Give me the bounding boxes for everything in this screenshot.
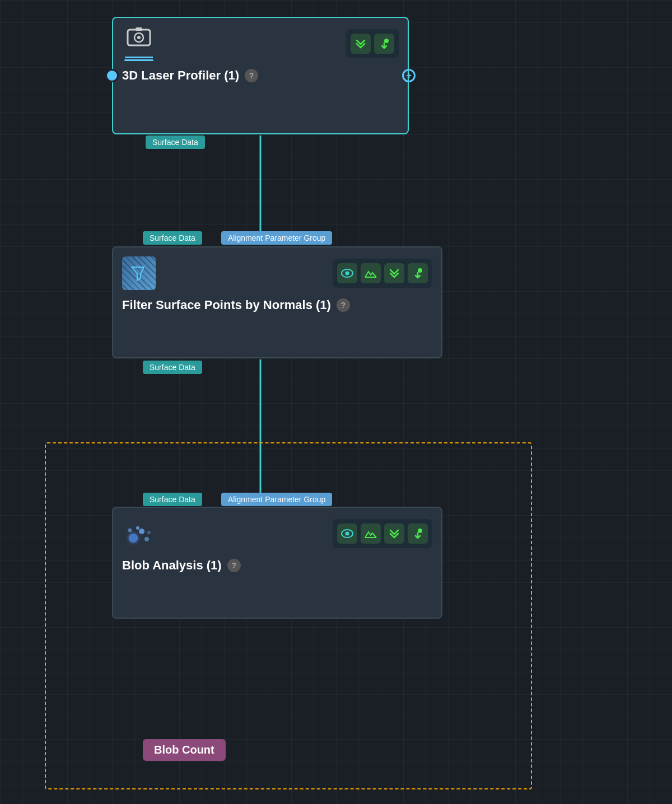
svg-point-21 [418,529,422,533]
svg-point-8 [384,39,389,43]
filter-surface-node: Filter Surface Points by Normals (1) ? [112,246,442,358]
filter-surface-title: Filter Surface Points by Normals (1) ? [122,298,432,312]
filter-surface-output-label: Surface Data [143,361,202,374]
blob-analysis-input-surface-label: Surface Data [143,493,202,506]
filter-surface-controls [333,259,432,288]
laser-profiler-port-right[interactable] [402,69,416,82]
svg-point-17 [128,529,132,532]
blob-analysis-download-btn[interactable] [408,523,428,544]
blob-analysis-help[interactable]: ? [227,559,241,572]
filter-surface-collapse-btn[interactable] [384,263,404,283]
svg-point-11 [346,272,349,275]
laser-profiler-download-btn[interactable] [374,34,394,54]
filter-surface-help[interactable]: ? [337,298,350,312]
laser-profiler-port-left[interactable] [105,69,119,82]
blob-analysis-node: Blob Analysis (1) ? [112,507,442,619]
svg-rect-7 [136,27,142,31]
blob-analysis-controls [333,519,432,548]
blob-analysis-mountain-btn[interactable] [361,523,381,544]
laser-profiler-output-label: Surface Data [146,135,205,149]
svg-point-14 [139,529,144,534]
laser-profiler-icon [122,27,156,60]
blob-count-label: Blob Count [143,739,226,761]
blob-analysis-input-alignment-label: Alignment Parameter Group [221,493,332,506]
laser-profiler-title: 3D Laser Profiler (1) ? [122,68,399,83]
svg-point-20 [346,532,349,536]
blob-analysis-collapse-btn[interactable] [384,523,404,544]
filter-surface-input-alignment-label: Alignment Parameter Group [221,231,332,245]
filter-surface-input-surface-label: Surface Data [143,231,202,245]
svg-point-12 [418,268,422,273]
svg-point-15 [144,537,149,541]
laser-profiler-controls [346,29,399,58]
filter-surface-eye-btn[interactable] [337,263,357,283]
svg-point-13 [129,534,138,543]
filter-surface-download-btn[interactable] [408,263,428,283]
blob-analysis-icon [122,517,156,550]
blob-analysis-title: Blob Analysis (1) ? [122,558,432,573]
laser-profiler-node: 3D Laser Profiler (1) ? [112,17,409,134]
svg-point-16 [136,526,139,530]
laser-profiler-collapse-btn[interactable] [351,34,371,54]
svg-point-6 [137,36,141,39]
blob-analysis-eye-btn[interactable] [337,523,357,544]
workflow-canvas: 3D Laser Profiler (1) ? Surface Data Sur… [0,0,672,804]
filter-surface-icon [122,256,156,290]
filter-surface-mountain-btn[interactable] [361,263,381,283]
laser-profiler-help[interactable]: ? [245,69,258,82]
svg-point-18 [147,531,151,534]
